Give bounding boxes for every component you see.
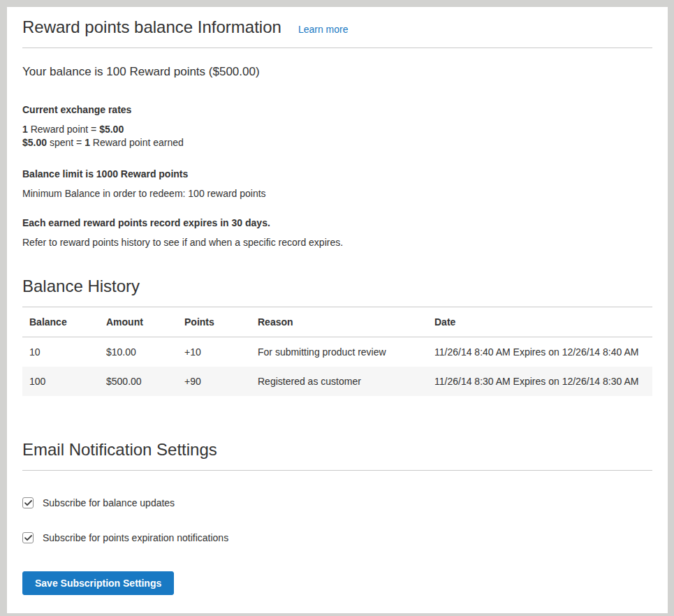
page-header: Reward points balance Information Learn …: [22, 17, 652, 48]
points-expiration-checkbox[interactable]: [22, 532, 34, 543]
amount-cell: $500.00: [99, 367, 177, 396]
rate2-tail: Reward point earned: [90, 137, 184, 148]
save-subscription-settings-button[interactable]: Save Subscription Settings: [22, 571, 174, 595]
rate-line-2: $5.00 spent = 1 Reward point earned: [22, 137, 184, 148]
rate1-text: Reward point =: [28, 124, 99, 135]
reason-cell: Registered as customer: [251, 367, 427, 396]
balance-updates-checkbox[interactable]: [22, 497, 34, 508]
column-header-amount: Amount: [99, 307, 177, 337]
rate1-points: 1: [22, 124, 28, 135]
date-cell: 11/26/14 8:30 AM Expires on 12/26/14 8:3…: [427, 367, 652, 396]
rate2-amount: $5.00: [22, 137, 47, 148]
rate2-points: 1: [85, 137, 90, 148]
rate-line-1: 1 Reward point = $5.00: [22, 124, 124, 135]
reason-cell: For submitting product review: [251, 337, 427, 367]
points-expiration-label[interactable]: Subscribe for points expiration notifica…: [43, 532, 228, 543]
balance-cell: 10: [22, 337, 99, 367]
checkmark-icon: [24, 535, 32, 541]
rate1-amount: $5.00: [99, 124, 124, 135]
reward-points-card: Reward points balance Information Learn …: [7, 7, 668, 613]
balance-summary: Your balance is 100 Reward points ($500.…: [22, 65, 652, 79]
date-cell: 11/26/14 8:40 AM Expires on 12/26/14 8:4…: [427, 337, 652, 367]
balance-updates-option: Subscribe for balance updates: [22, 497, 652, 508]
column-header-reason: Reason: [251, 307, 427, 337]
points-expiration-option: Subscribe for points expiration notifica…: [22, 532, 652, 543]
learn-more-link[interactable]: Learn more: [298, 24, 349, 35]
table-row: 100 $500.00 +90 Registered as customer 1…: [22, 367, 652, 396]
points-cell: +90: [177, 367, 251, 396]
rate2-text: spent =: [47, 137, 85, 148]
page-title: Reward points balance Information: [22, 17, 281, 38]
minimum-balance-text: Minimum Balance in order to redeem: 100 …: [22, 188, 652, 199]
balance-history-table: Balance Amount Points Reason Date 10 $10…: [22, 307, 652, 396]
balance-cell: 100: [22, 367, 99, 396]
table-row: 10 $10.00 +10 For submitting product rev…: [22, 337, 652, 367]
column-header-points: Points: [177, 307, 251, 337]
balance-updates-label[interactable]: Subscribe for balance updates: [43, 497, 175, 508]
exchange-rates-lines: 1 Reward point = $5.00 $5.00 spent = 1 R…: [22, 123, 652, 149]
checkmark-icon: [24, 500, 32, 506]
email-settings-heading: Email Notification Settings: [22, 439, 652, 471]
balance-history-heading: Balance History: [22, 276, 652, 307]
balance-limit-text: Balance limit is 1000 Reward points: [22, 168, 652, 179]
exchange-rates-heading: Current exchange rates: [22, 104, 652, 115]
column-header-date: Date: [427, 307, 652, 337]
amount-cell: $10.00: [99, 337, 177, 367]
table-header-row: Balance Amount Points Reason Date: [22, 307, 652, 337]
column-header-balance: Balance: [22, 307, 99, 337]
expiry-rule-text: Each earned reward points record expires…: [22, 217, 652, 228]
expiry-note-text: Refer to reward points history to see if…: [22, 237, 652, 248]
points-cell: +10: [177, 337, 251, 367]
